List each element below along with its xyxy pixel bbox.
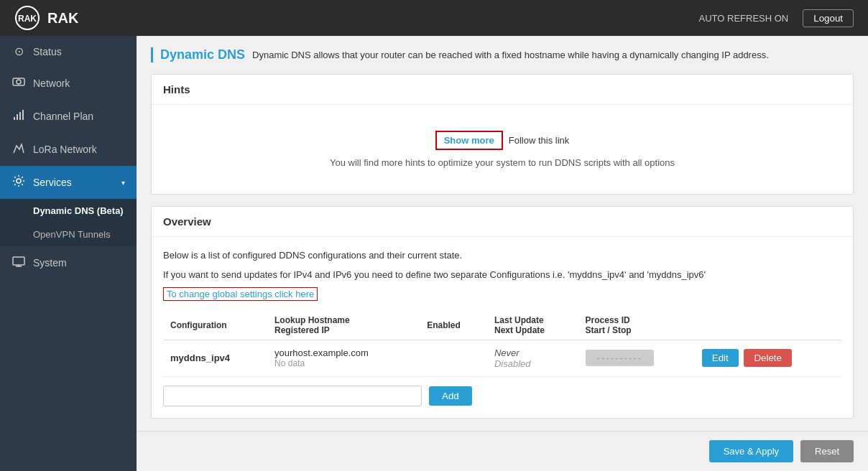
rak-logo-icon: RAK xyxy=(14,5,40,31)
dynamic-dns-label: Dynamic DNS (Beta) xyxy=(33,205,124,216)
reset-button[interactable]: Reset xyxy=(800,440,854,462)
save-apply-button[interactable]: Save & Apply xyxy=(709,440,793,462)
sidebar-item-system[interactable]: System xyxy=(0,246,137,279)
hints-body: Show more Follow this link You will find… xyxy=(152,105,853,194)
overview-body: Below is a list of configured DDNS confi… xyxy=(152,237,853,418)
svg-rect-4 xyxy=(14,117,15,120)
col-actions xyxy=(695,311,841,340)
status-icon: ⊙ xyxy=(11,45,26,58)
sidebar: ⊙ Status Network Channel Plan LoRa Netwo… xyxy=(0,36,137,471)
delete-button[interactable]: Delete xyxy=(744,349,792,367)
global-settings-link[interactable]: To change global settings click here xyxy=(163,287,318,301)
config-update: Never Disabled xyxy=(487,340,578,376)
auto-refresh-status: AUTO REFRESH ON xyxy=(699,13,789,24)
col-last-update: Last Update Next Update xyxy=(487,311,578,340)
lora-network-icon xyxy=(11,141,26,157)
hints-sub-text: You will find more hints to optimize you… xyxy=(330,157,675,168)
sidebar-label-status: Status xyxy=(33,46,62,57)
openvpn-label: OpenVPN Tunnels xyxy=(33,229,111,240)
main-content: Dynamic DNS Dynamic DNS allows that your… xyxy=(137,36,868,471)
sidebar-item-services[interactable]: Services ▾ xyxy=(0,166,137,199)
process-dots: ---------- xyxy=(586,350,654,366)
sidebar-label-channel-plan: Channel Plan xyxy=(33,111,93,122)
col-enabled: Enabled xyxy=(420,311,487,340)
topbar-right: AUTO REFRESH ON Logout xyxy=(699,9,854,27)
hints-header: Hints xyxy=(152,75,853,105)
sidebar-item-status[interactable]: ⊙ Status xyxy=(0,36,137,67)
channel-plan-icon xyxy=(11,108,26,124)
dns-table: Configuration Lookup Hostname Registered… xyxy=(163,311,841,377)
footer-bar: Save & Apply Reset xyxy=(137,431,868,471)
hints-card: Hints Show more Follow this link You wil… xyxy=(151,74,854,195)
table-row: myddns_ipv4 yourhost.example.com No data… xyxy=(163,340,841,376)
hints-content: Show more Follow this link You will find… xyxy=(163,116,841,182)
sidebar-label-lora-network: LoRa Network xyxy=(33,144,97,155)
services-icon xyxy=(11,174,26,190)
overview-text2: If you want to send updates for IPv4 and… xyxy=(163,268,841,283)
sidebar-item-openvpn[interactable]: OpenVPN Tunnels xyxy=(0,223,137,246)
config-enabled xyxy=(420,340,487,376)
add-button[interactable]: Add xyxy=(429,386,472,406)
add-config-input[interactable] xyxy=(163,386,422,406)
svg-point-8 xyxy=(17,179,21,183)
svg-point-3 xyxy=(17,80,21,84)
sidebar-label-network: Network xyxy=(33,78,70,89)
sidebar-label-system: System xyxy=(33,257,67,269)
svg-rect-6 xyxy=(19,112,21,120)
page-title: Dynamic DNS xyxy=(160,47,245,62)
config-name: myddns_ipv4 xyxy=(163,340,267,376)
network-icon xyxy=(11,75,26,91)
hints-inline: Show more Follow this link xyxy=(435,131,570,150)
show-more-button[interactable]: Show more xyxy=(435,131,503,150)
config-hostname: yourhost.example.com No data xyxy=(267,340,420,376)
page-description: Dynamic DNS allows that your router can … xyxy=(252,47,769,60)
svg-text:RAK: RAK xyxy=(18,14,37,24)
svg-rect-9 xyxy=(13,257,24,265)
hints-title: Hints xyxy=(163,83,190,95)
config-actions: Edit Delete xyxy=(695,340,841,376)
page-header: Dynamic DNS Dynamic DNS allows that your… xyxy=(151,47,854,62)
logout-button[interactable]: Logout xyxy=(803,9,854,27)
services-arrow-icon: ▾ xyxy=(121,179,125,187)
col-process-id: Process ID Start / Stop xyxy=(578,311,695,340)
sidebar-item-network[interactable]: Network xyxy=(0,67,137,100)
svg-rect-5 xyxy=(17,114,18,120)
overview-text1: Below is a list of configured DDNS confi… xyxy=(163,248,841,264)
add-row: Add xyxy=(163,386,841,406)
topbar: RAK RAK AUTO REFRESH ON Logout xyxy=(0,0,868,36)
config-process: ---------- xyxy=(578,340,695,376)
edit-button[interactable]: Edit xyxy=(702,349,739,367)
logo: RAK RAK xyxy=(14,5,78,31)
col-lookup-hostname: Lookup Hostname Registered IP xyxy=(267,311,420,340)
system-icon xyxy=(11,255,26,271)
sidebar-item-lora-network[interactable]: LoRa Network xyxy=(0,133,137,166)
col-configuration: Configuration xyxy=(163,311,267,340)
layout: ⊙ Status Network Channel Plan LoRa Netwo… xyxy=(0,36,868,471)
follow-link-text: Follow this link xyxy=(509,135,570,146)
svg-rect-7 xyxy=(22,110,24,120)
brand-name: RAK xyxy=(47,10,78,27)
sidebar-item-channel-plan[interactable]: Channel Plan xyxy=(0,100,137,133)
sidebar-submenu-services: Dynamic DNS (Beta) OpenVPN Tunnels xyxy=(0,199,137,246)
overview-header: Overview xyxy=(152,207,853,237)
sidebar-item-dynamic-dns[interactable]: Dynamic DNS (Beta) xyxy=(0,199,137,223)
overview-title: Overview xyxy=(163,215,211,228)
sidebar-label-services: Services xyxy=(33,177,72,188)
overview-card: Overview Below is a list of configured D… xyxy=(151,206,854,419)
